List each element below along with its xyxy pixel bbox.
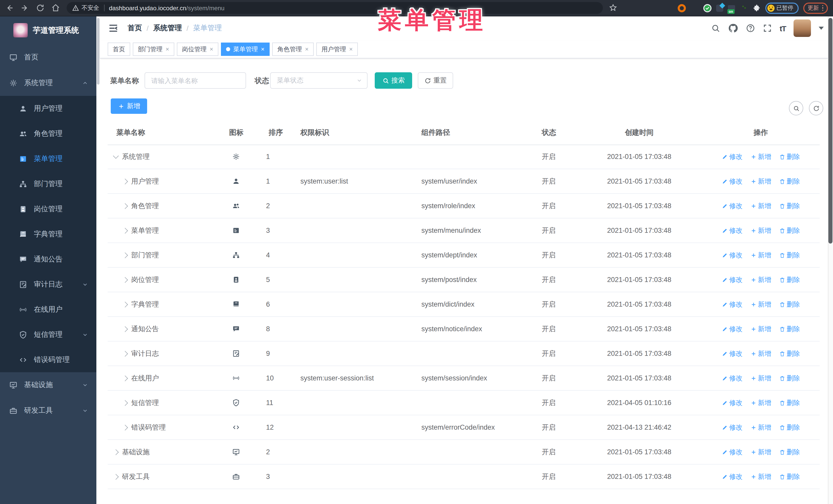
header-search-icon[interactable] (711, 24, 720, 33)
delete-action-link[interactable]: 删除 (779, 152, 800, 161)
sidebar-item-8[interactable]: 通知公告 (0, 247, 96, 272)
security-label[interactable]: 不安全 (81, 4, 99, 12)
expand-arrow-icon[interactable] (122, 351, 128, 357)
sidebar-item-9[interactable]: 审计日志 (0, 272, 96, 297)
browser-forward-icon[interactable] (21, 4, 29, 12)
browser-back-icon[interactable] (5, 4, 14, 12)
expand-arrow-icon[interactable] (113, 474, 119, 480)
delete-action-link[interactable]: 删除 (779, 398, 800, 407)
sidebar-item-11[interactable]: 短信管理 (0, 322, 96, 347)
tags-view-tab[interactable]: 岗位管理 × (177, 43, 218, 56)
help-icon[interactable] (746, 24, 755, 33)
menu-name-cell[interactable]: 短信管理 (114, 391, 159, 415)
search-button[interactable]: 搜索 (375, 72, 412, 89)
table-row[interactable]: 字典管理 6 system/dict/index 开启 2021-01-05 1… (108, 292, 820, 317)
table-row[interactable]: 短信管理 11 开启 2021-04-05 01:10:16 修改新增删除 (108, 391, 820, 415)
expand-arrow-icon[interactable] (113, 449, 119, 455)
sidebar-item-6[interactable]: 岗位管理 (0, 196, 96, 221)
edit-action-link[interactable]: 修改 (721, 447, 742, 457)
edit-action-link[interactable]: 修改 (721, 177, 742, 186)
edit-action-link[interactable]: 修改 (721, 472, 742, 481)
delete-action-link[interactable]: 删除 (779, 349, 800, 358)
breadcrumb-system[interactable]: 系统管理 (153, 24, 182, 33)
add-button[interactable]: 新增 (111, 98, 147, 114)
browser-reload-icon[interactable] (36, 4, 45, 12)
tags-view-tab[interactable]: 角色管理 × (272, 43, 314, 56)
add-action-link[interactable]: 新增 (750, 374, 771, 383)
menu-name-cell[interactable]: 部门管理 (114, 243, 159, 267)
delete-action-link[interactable]: 删除 (779, 374, 800, 383)
delete-action-link[interactable]: 删除 (779, 447, 800, 457)
table-row[interactable]: 部门管理 4 system/dept/index 开启 2021-01-05 1… (108, 243, 820, 268)
delete-action-link[interactable]: 删除 (779, 423, 800, 432)
sidebar-item-1[interactable]: 系统管理 (0, 70, 96, 96)
edit-action-link[interactable]: 修改 (721, 423, 742, 432)
extension-paused-chip[interactable]: 已暂停 (765, 2, 799, 14)
delete-action-link[interactable]: 删除 (779, 472, 800, 481)
sidebar-item-0[interactable]: 首页 (0, 45, 96, 70)
edit-action-link[interactable]: 修改 (721, 349, 742, 358)
security-warning-icon[interactable] (72, 5, 79, 11)
add-action-link[interactable]: 新增 (750, 152, 771, 161)
add-action-link[interactable]: 新增 (750, 177, 771, 186)
menu-name-cell[interactable]: 研发工具 (114, 464, 150, 488)
table-row[interactable]: 系统管理 1 开启 2021-01-05 17:03:48 修改新增删除 (108, 145, 820, 169)
edit-action-link[interactable]: 修改 (721, 300, 742, 309)
extension-proxy-icon[interactable]: on (728, 5, 735, 11)
url-host[interactable]: dashboard.yudao.iocoder.cn (109, 4, 186, 11)
tab-close-icon[interactable]: × (261, 46, 264, 52)
expand-arrow-icon[interactable] (122, 326, 128, 332)
table-row[interactable]: 审计日志 9 开启 2021-01-05 17:03:48 修改新增删除 (108, 341, 820, 366)
menu-name-cell[interactable]: 用户管理 (114, 169, 159, 193)
expand-arrow-icon[interactable] (122, 252, 128, 258)
status-select[interactable]: 菜单状态 (270, 72, 367, 89)
sidebar-scrollbar[interactable] (96, 16, 100, 504)
add-action-link[interactable]: 新增 (750, 300, 771, 309)
expand-arrow-icon[interactable] (122, 400, 128, 406)
font-size-icon[interactable]: tT (780, 24, 786, 32)
menu-name-cell[interactable]: 角色管理 (114, 194, 159, 218)
extension-orange-icon[interactable] (677, 4, 686, 12)
add-action-link[interactable]: 新增 (750, 447, 771, 457)
extension-tabs-icon[interactable] (716, 4, 723, 11)
expand-arrow-icon[interactable] (113, 153, 119, 159)
sidebar-item-3[interactable]: 角色管理 (0, 121, 96, 146)
table-row[interactable]: 基础设施 2 开启 2021-01-05 17:03:48 修改新增删除 (108, 440, 820, 464)
table-search-toggle-button[interactable] (789, 101, 803, 115)
add-action-link[interactable]: 新增 (750, 349, 771, 358)
expand-arrow-icon[interactable] (122, 227, 128, 234)
tab-close-icon[interactable]: × (166, 46, 169, 52)
expand-arrow-icon[interactable] (122, 425, 128, 430)
edit-action-link[interactable]: 修改 (721, 152, 742, 161)
add-action-link[interactable]: 新增 (750, 324, 771, 334)
browser-update-button[interactable]: 更新 (803, 2, 828, 14)
edit-action-link[interactable]: 修改 (721, 324, 742, 334)
fullscreen-icon[interactable] (763, 24, 772, 33)
table-row[interactable]: 在线用户 10 system:user-session:list system/… (108, 366, 820, 391)
table-row[interactable]: 通知公告 8 system/notice/index 开启 2021-01-05… (108, 317, 820, 341)
reset-button[interactable]: 重置 (418, 72, 453, 89)
sidebar-item-4[interactable]: 菜单管理 (0, 146, 96, 171)
sidebar-item-5[interactable]: 部门管理 (0, 171, 96, 196)
table-row[interactable]: 错误码管理 12 system/errorCode/index 开启 2021-… (108, 415, 820, 440)
tab-close-icon[interactable]: × (305, 46, 309, 52)
menu-name-cell[interactable]: 在线用户 (114, 366, 159, 390)
table-row[interactable]: 角色管理 2 system/role/index 开启 2021-01-05 1… (108, 194, 820, 218)
edit-action-link[interactable]: 修改 (721, 398, 742, 407)
tags-view-tab[interactable]: 首页 (108, 43, 130, 56)
add-action-link[interactable]: 新增 (750, 275, 771, 284)
delete-action-link[interactable]: 删除 (779, 250, 800, 260)
expand-arrow-icon[interactable] (122, 375, 128, 381)
delete-action-link[interactable]: 删除 (779, 275, 800, 284)
delete-action-link[interactable]: 删除 (779, 324, 800, 334)
edit-action-link[interactable]: 修改 (721, 374, 742, 383)
browser-menu-dots-icon[interactable] (822, 5, 823, 11)
extension-green-check-icon[interactable] (703, 4, 711, 12)
menu-name-cell[interactable]: 通知公告 (114, 317, 159, 341)
tab-close-icon[interactable]: × (210, 46, 213, 52)
menu-name-cell[interactable]: 菜单管理 (114, 218, 159, 242)
extension-bug-icon[interactable] (739, 4, 748, 12)
extension-gem-icon[interactable] (690, 4, 698, 12)
menu-name-cell[interactable]: 岗位管理 (114, 268, 159, 292)
edit-action-link[interactable]: 修改 (721, 275, 742, 284)
